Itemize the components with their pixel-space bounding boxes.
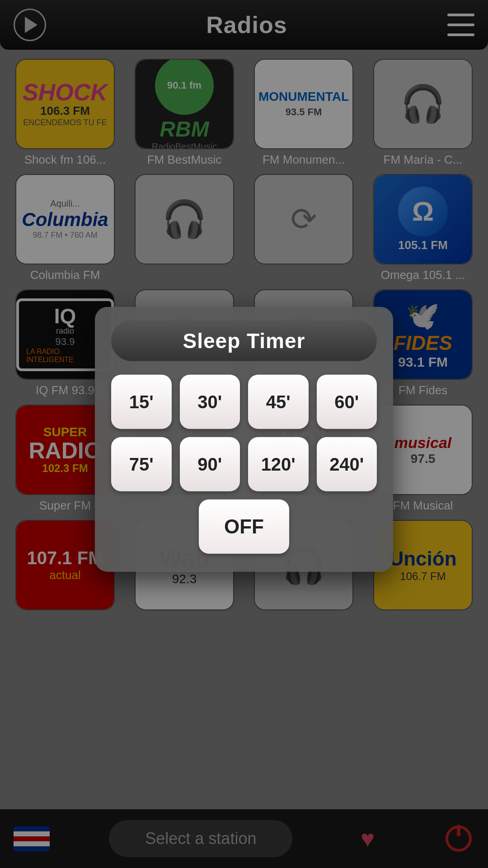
sleep-timer-modal: Sleep Timer 15' 30' 45' 60' 75' 90' 120'… (95, 307, 393, 572)
timer-row-1: 15' 30' 45' 60' (111, 375, 377, 429)
timer-btn-120[interactable]: 120' (248, 437, 309, 491)
timer-off-row: OFF (111, 500, 377, 554)
timer-btn-45[interactable]: 45' (248, 375, 309, 429)
sleep-timer-title-bar: Sleep Timer (111, 321, 377, 361)
timer-btn-75[interactable]: 75' (111, 437, 172, 491)
timer-btn-60[interactable]: 60' (317, 375, 377, 429)
timer-btn-off[interactable]: OFF (199, 500, 289, 554)
timer-btn-30[interactable]: 30' (180, 375, 240, 429)
timer-btn-15[interactable]: 15' (111, 375, 172, 429)
sleep-timer-title: Sleep Timer (183, 329, 305, 353)
timer-btn-240[interactable]: 240' (317, 437, 377, 491)
timer-btn-90[interactable]: 90' (180, 437, 240, 491)
timer-row-2: 75' 90' 120' 240' (111, 437, 377, 491)
